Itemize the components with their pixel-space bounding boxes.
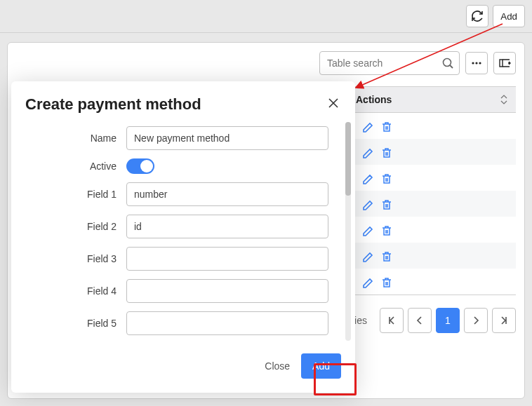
active-toggle[interactable] (126, 158, 154, 174)
columns-icon (498, 57, 511, 69)
field2-input[interactable] (126, 215, 328, 238)
next-page-button[interactable] (464, 308, 488, 333)
active-label: Active (25, 161, 117, 172)
columns-button[interactable] (493, 52, 516, 74)
form-row-field5: Field 5 (25, 311, 341, 335)
actions-column-header[interactable]: Actions (350, 93, 516, 106)
delete-icon[interactable] (380, 146, 392, 158)
delete-icon[interactable] (380, 276, 392, 288)
close-button[interactable]: Close (265, 360, 290, 372)
name-label: Name (25, 133, 117, 144)
delete-icon[interactable] (380, 120, 392, 133)
create-payment-method-modal: Create payment method Name Active Field … (11, 81, 355, 393)
search-input[interactable] (319, 51, 460, 75)
edit-icon[interactable] (361, 146, 374, 158)
page-1-button[interactable]: 1 (436, 308, 460, 333)
actions-header-label: Actions (356, 94, 392, 105)
more-horizontal-icon (470, 57, 483, 69)
form-row-field2: Field 2 (25, 215, 341, 238)
form-row-active: Active (25, 158, 341, 174)
delete-icon[interactable] (380, 198, 392, 210)
field5-input[interactable] (126, 311, 328, 335)
field1-label: Field 1 (25, 189, 117, 200)
edit-icon[interactable] (361, 224, 374, 236)
field2-label: Field 2 (25, 221, 117, 232)
field5-label: Field 5 (25, 318, 117, 329)
edit-icon[interactable] (361, 198, 374, 210)
field3-input[interactable] (126, 247, 328, 271)
pager: 1 (380, 308, 516, 333)
modal-scrollbar[interactable] (345, 122, 351, 341)
top-bar: Add (0, 0, 532, 33)
form-row-field3: Field 3 (25, 247, 341, 271)
more-button[interactable] (465, 52, 488, 74)
modal-body: Name Active Field 1 Field 2 Field 3 Fiel… (11, 119, 355, 344)
field4-input[interactable] (126, 279, 328, 303)
close-icon[interactable] (326, 95, 341, 111)
last-page-button[interactable] (492, 308, 516, 333)
search-icon (441, 57, 454, 69)
add-button-modal[interactable]: Add (301, 353, 341, 379)
table-toolbar (16, 51, 516, 75)
prev-page-button[interactable] (408, 308, 432, 333)
add-button-top[interactable]: Add (493, 5, 525, 27)
edit-icon[interactable] (361, 172, 374, 184)
refresh-icon (470, 9, 484, 23)
modal-header: Create payment method (11, 81, 355, 119)
search-field[interactable] (319, 51, 460, 75)
form-row-name: Name (25, 126, 341, 150)
sort-icon (498, 93, 510, 106)
form-row-field4: Field 4 (25, 279, 341, 303)
scrollbar-thumb[interactable] (345, 122, 351, 196)
toggle-knob (140, 160, 153, 172)
modal-footer: Close Add (11, 344, 355, 393)
edit-icon[interactable] (361, 250, 374, 262)
refresh-button[interactable] (466, 5, 488, 27)
field1-input[interactable] (126, 182, 328, 206)
edit-icon[interactable] (361, 120, 374, 133)
delete-icon[interactable] (380, 172, 392, 184)
first-page-button[interactable] (380, 308, 404, 333)
name-input[interactable] (126, 126, 328, 150)
delete-icon[interactable] (380, 224, 392, 236)
edit-icon[interactable] (361, 276, 374, 288)
form-row-field1: Field 1 (25, 182, 341, 206)
modal-title: Create payment method (25, 95, 201, 114)
delete-icon[interactable] (380, 250, 392, 262)
field4-label: Field 4 (25, 285, 117, 297)
field3-label: Field 3 (25, 253, 117, 264)
